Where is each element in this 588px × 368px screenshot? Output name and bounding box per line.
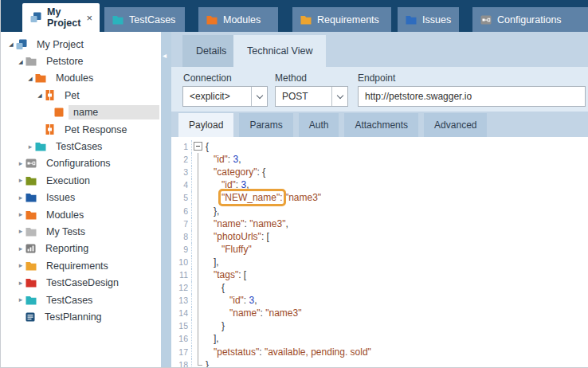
sidebar-item-petstore[interactable]: ◢Petstore — [1, 53, 161, 69]
connection-select[interactable]: <explicit> — [182, 86, 268, 107]
project-icon — [16, 39, 27, 50]
module-icon — [45, 124, 55, 135]
tree-item-label: Execution — [41, 174, 95, 188]
collapse-arrow-icon[interactable]: ▸ — [25, 143, 35, 151]
subtab-auth[interactable]: Auth — [299, 113, 339, 137]
sidebar-item-my-tests[interactable]: ▸My Tests — [1, 223, 161, 240]
tab-my-project[interactable]: My Project× — [22, 3, 100, 32]
tab-technical-view[interactable]: Technical View — [233, 35, 326, 67]
sidebar-item-testcasedesign[interactable]: ▸TestCaseDesign — [1, 274, 161, 291]
tree-item-label: Modules — [41, 208, 88, 222]
folder-icon — [35, 142, 46, 151]
expand-arrow-icon[interactable]: ◢ — [16, 59, 25, 65]
editor-line[interactable]: 6}, — [171, 204, 588, 217]
collapse-arrow-icon[interactable]: ▸ — [16, 160, 25, 167]
editor-line[interactable]: 16], — [171, 332, 588, 345]
fold-column — [192, 256, 204, 268]
tab-requirements[interactable]: Requirements — [292, 7, 391, 32]
editor-line[interactable]: 1{ — [171, 140, 588, 153]
project-icon — [30, 12, 41, 23]
tree-item-label: My Project — [32, 37, 88, 52]
expand-arrow-icon[interactable]: ◢ — [25, 76, 35, 81]
fold-column — [192, 307, 204, 319]
tree-item-label: name — [69, 105, 159, 119]
collapse-arrow-icon[interactable]: ▸ — [16, 194, 25, 202]
tab-issues[interactable]: Issues — [398, 7, 459, 32]
code-text: "NEW_name": "name3" — [204, 192, 321, 203]
tab-details[interactable]: Details — [182, 35, 240, 67]
sidebar-item-pet[interactable]: ◢Pet — [1, 87, 161, 104]
subtab-params[interactable]: Params — [239, 113, 292, 137]
sidebar-item-modules[interactable]: ◢Modules — [1, 70, 161, 87]
subtab-advanced[interactable]: Advanced — [424, 113, 487, 137]
editor-line[interactable]: 17"petstatus": "available, pending. sold… — [171, 346, 588, 358]
tree-item-label: TestCases — [51, 139, 107, 154]
sidebar-item-name[interactable]: name — [1, 104, 161, 121]
collapse-arrow-icon[interactable]: ▸ — [16, 280, 25, 287]
collapse-arrow-icon[interactable]: ▸ — [16, 211, 25, 218]
line-number: 11 — [171, 268, 192, 281]
module-icon — [45, 90, 55, 100]
editor-line[interactable]: 13"id": 3, — [171, 294, 588, 307]
editor-line[interactable]: 8"photoUrls": [ — [171, 230, 588, 243]
editor-line[interactable]: 14"name": "name3" — [171, 307, 588, 319]
code-text: { — [204, 141, 209, 152]
editor-line[interactable]: 11"tags": [ — [171, 268, 588, 281]
fold-column — [192, 268, 204, 281]
editor-line[interactable]: 5"NEW_name": "name3" — [171, 191, 588, 204]
line-number: 17 — [171, 346, 192, 358]
sidebar-item-testcases[interactable]: ▸TestCases — [1, 138, 161, 155]
endpoint-input[interactable] — [359, 91, 585, 102]
tab-modules[interactable]: Modules — [198, 7, 278, 32]
subtab-payload[interactable]: Payload — [178, 113, 233, 137]
collapse-arrow-icon[interactable]: ▸ — [16, 177, 25, 184]
editor-line[interactable]: 15} — [171, 319, 588, 332]
editor-line[interactable]: 18} — [171, 358, 588, 367]
editor-line[interactable]: 9"Fluffy" — [171, 243, 588, 256]
sidebar-item-testplanning[interactable]: TestPlanning — [1, 308, 161, 325]
editor-line[interactable]: 2"id": 3, — [171, 153, 588, 166]
sidebar-item-configurations[interactable]: ▸Configurations — [1, 155, 161, 172]
line-number: 5 — [171, 191, 192, 204]
sidebar-splitter[interactable]: ◂ — [161, 32, 171, 367]
code-text: "id": 3, — [204, 154, 241, 165]
collapse-arrow-icon[interactable]: ▸ — [16, 296, 25, 303]
editor-line[interactable]: 3"category": { — [171, 166, 588, 178]
payload-editor[interactable]: 1{2"id": 3,3"category": {4"id": 3,5"NEW_… — [171, 137, 588, 367]
editor-line[interactable]: 4"id": 3, — [171, 178, 588, 191]
tree-item-label: Configurations — [41, 156, 116, 170]
subtab-attachments[interactable]: Attachments — [344, 113, 418, 137]
sidebar-item-issues[interactable]: ▸Issues — [1, 190, 161, 206]
tab-configurations[interactable]: Configurations — [472, 7, 588, 32]
line-number: 4 — [171, 178, 192, 191]
collapse-arrow-icon[interactable]: ▸ — [16, 262, 25, 269]
endpoint-field — [358, 86, 586, 107]
close-tab-icon[interactable]: × — [86, 12, 92, 24]
tab-testcases[interactable]: TestCases — [104, 7, 185, 32]
expand-arrow-icon[interactable]: ◢ — [35, 92, 45, 98]
sidebar-item-requirements[interactable]: ▸Requirements — [1, 257, 161, 274]
sidebar-item-reporting[interactable]: ▸Reporting — [1, 241, 161, 257]
sidebar-item-my-project[interactable]: ◢My Project — [1, 36, 161, 53]
collapse-arrow-icon[interactable]: ▸ — [16, 228, 25, 235]
fold-toggle-icon[interactable] — [194, 142, 202, 151]
sidebar-item-execution[interactable]: ▸Execution — [1, 172, 161, 189]
sidebar-item-pet-response[interactable]: Pet Response — [1, 121, 161, 138]
collapse-arrow-icon[interactable]: ▸ — [16, 245, 25, 253]
fold-column — [192, 153, 204, 166]
expand-arrow-icon[interactable]: ◢ — [6, 41, 16, 47]
sidebar-item-modules[interactable]: ▸Modules — [1, 206, 161, 223]
sidebar-item-testcases[interactable]: ▸TestCases — [1, 292, 161, 308]
code-text: "name": "name3" — [204, 307, 301, 319]
chevron-down-icon[interactable] — [251, 87, 267, 106]
folder-icon — [35, 73, 46, 83]
code-text: } — [204, 320, 225, 331]
fold-column — [192, 358, 204, 367]
editor-line[interactable]: 7"name": "name3", — [171, 217, 588, 230]
method-select[interactable]: POST — [275, 86, 348, 107]
collapse-sidebar-icon[interactable]: ◂ — [163, 51, 167, 60]
fold-column — [192, 346, 204, 358]
editor-line[interactable]: 10], — [171, 256, 588, 268]
editor-line[interactable]: 12{ — [171, 281, 588, 294]
chevron-down-icon[interactable] — [331, 87, 347, 106]
